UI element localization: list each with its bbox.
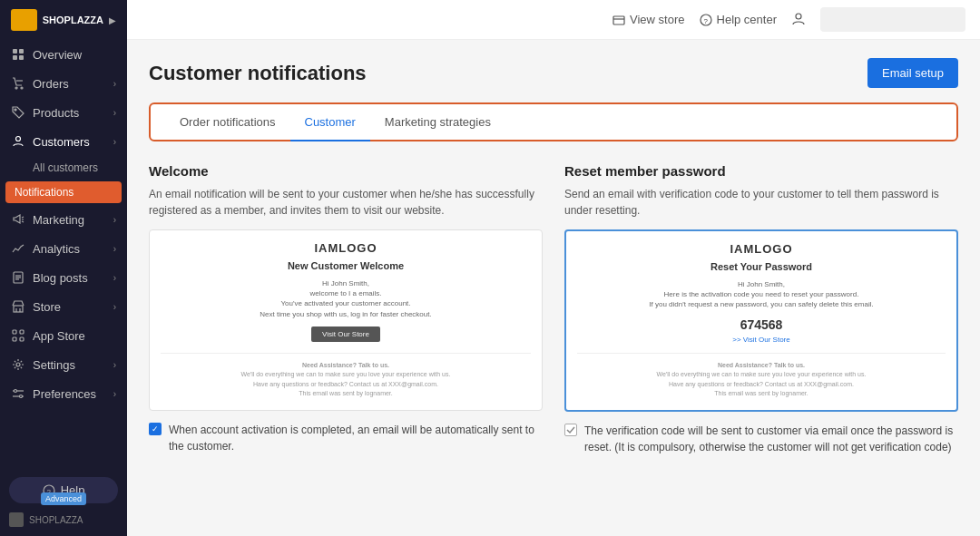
chevron-down-icon: › [113,389,116,399]
reset-preview-logo: IAMLOGO [730,242,792,256]
sidebar-item-overview[interactable]: Overview [0,40,127,69]
reset-checkbox[interactable] [564,424,577,436]
sidebar-item-analytics[interactable]: Analytics › [0,234,127,263]
sidebar-item-blog-posts-label: Blog posts [33,271,88,285]
welcome-preview-title: New Customer Welcome [288,260,404,271]
sidebar-item-analytics-label: Analytics [33,242,80,256]
svg-rect-0 [13,49,17,54]
sliders-icon [11,386,25,401]
tab-marketing-strategies[interactable]: Marketing strategies [370,104,505,141]
page-title: Customer notifications [149,62,367,85]
welcome-section: Welcome An email notification will be se… [149,163,543,455]
svg-rect-3 [19,55,24,60]
sidebar-item-preferences[interactable]: Preferences › [0,379,127,408]
svg-rect-30 [613,16,624,24]
chevron-down-icon: › [113,215,116,225]
reset-password-section: Reset member password Send an email with… [564,163,958,455]
sidebar-toggle[interactable]: ▶ [109,15,116,25]
svg-rect-16 [14,306,23,312]
sidebar-item-settings-label: Settings [33,358,75,372]
store-icon [11,299,25,314]
welcome-title: Welcome [149,163,543,179]
view-store-label: View store [630,13,684,26]
reset-checkbox-row: The verification code will be sent to cu… [564,423,958,455]
sidebar-bottom: ? Help Advanced SHOPLAZZA [0,468,127,536]
welcome-checkbox-row: When account activation is completed, an… [149,422,543,454]
sections-grid: Welcome An email notification will be se… [149,163,958,455]
help-center-link[interactable]: ? Help center [700,13,777,26]
sidebar-item-app-store-label: App Store [33,329,85,343]
sidebar: SHOPLAZZA ▶ Overview Orders › Products › [0,0,127,536]
svg-point-7 [15,109,16,111]
sidebar-item-preferences-label: Preferences [33,387,96,401]
sidebar-item-products[interactable]: Products › [0,98,127,127]
welcome-preview-body: Hi John Smith, welcome to I a emails. Yo… [198,278,494,319]
reset-checkbox-label: The verification code will be sent to cu… [584,423,958,455]
reset-password-title: Reset member password [564,163,958,179]
grid-icon [11,47,25,62]
sidebar-item-blog-posts[interactable]: Blog posts › [0,263,127,292]
welcome-description: An email notification will be sent to yo… [149,186,543,219]
chevron-down-icon: › [113,244,116,254]
search-input[interactable] [820,7,965,32]
view-store-link[interactable]: View store [612,13,684,26]
chevron-down-icon: › [113,273,116,283]
tab-customer-label: Customer [305,115,356,129]
main-content: View store ? Help center Customer notifi… [127,0,980,536]
welcome-email-preview: IAMLOGO New Customer Welcome Hi John Smi… [149,229,543,411]
sidebar-item-orders-label: Orders [33,77,69,91]
tab-customer[interactable]: Customer [290,104,370,141]
sidebar-item-customers[interactable]: Customers › [0,127,127,156]
tabs: Order notifications Customer Marketing s… [165,104,942,140]
reset-preview-code: 674568 [740,317,783,332]
tab-order-notifications[interactable]: Order notifications [165,104,290,141]
svg-line-11 [22,221,24,222]
sidebar-nav: Overview Orders › Products › Customers › [0,40,127,468]
sidebar-item-settings[interactable]: Settings › [0,350,127,379]
reset-preview-body: Hi John Smith, Here is the activation co… [614,279,909,310]
apps-icon [11,328,25,343]
footer-logo-icon [9,512,24,527]
reset-preview-footer: Need Assistance? Talk to us. We'll do ev… [657,361,867,399]
chevron-up-icon: › [113,137,116,147]
tab-order-label: Order notifications [180,115,276,129]
sidebar-item-store[interactable]: Store › [0,292,127,321]
welcome-checkbox-label: When account activation is completed, an… [169,422,543,454]
svg-rect-19 [13,330,16,334]
sidebar-item-marketing[interactable]: Marketing › [0,205,127,234]
sidebar-item-app-store[interactable]: App Store [0,321,127,350]
reset-preview-link: >> Visit Our Store [732,336,789,344]
tabs-container: Order notifications Customer Marketing s… [149,102,958,141]
reset-password-email-preview: IAMLOGO Reset Your Password Hi John Smit… [564,229,958,412]
sidebar-subitem-notifications[interactable]: Notifications [5,181,122,203]
reset-preview-divider [577,353,946,354]
reset-preview-title: Reset Your Password [710,261,812,272]
svg-rect-1 [19,49,24,54]
svg-rect-20 [20,330,24,334]
person-icon [11,134,25,149]
svg-line-9 [22,217,24,218]
svg-point-26 [15,390,17,393]
chevron-down-icon: › [113,108,116,118]
welcome-preview-footer: Need Assistance? Talk to us. We'll do ev… [241,361,451,399]
welcome-checkbox[interactable] [149,423,162,435]
sidebar-item-marketing-label: Marketing [33,213,84,227]
logo-brand-name: SHOPLAZZA [43,15,103,25]
chevron-down-icon: › [113,302,116,312]
page-header: Customer notifications Email setup [149,58,958,88]
doc-icon [11,270,25,285]
chevron-down-icon: › [113,360,116,370]
svg-point-5 [21,87,23,89]
tab-marketing-label: Marketing strategies [385,115,491,129]
help-center-label: Help center [717,13,777,26]
cart-icon [11,76,25,91]
sidebar-item-orders[interactable]: Orders › [0,69,127,98]
notification-icon[interactable] [791,13,806,27]
gear-icon [11,357,25,372]
welcome-preview-divider [161,353,531,354]
sidebar-subitem-all-customers[interactable]: All customers [0,156,127,180]
top-bar: View store ? Help center [127,0,980,40]
email-setup-button[interactable]: Email setup [867,58,958,88]
welcome-preview-cta: Visit Our Store [311,326,380,342]
svg-point-23 [16,363,20,366]
